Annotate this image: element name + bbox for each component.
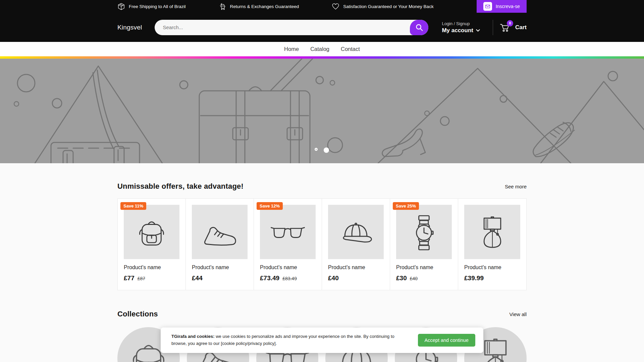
view-all-link[interactable]: View all — [509, 311, 527, 317]
product-card[interactable]: Save 12% Product's name £73.49 £83.49 — [254, 199, 322, 290]
topbar-item-guarantee: Satisfaction Guaranteed or Your Money Ba… — [332, 3, 433, 10]
header-divider — [493, 20, 493, 35]
search-bar — [155, 20, 428, 35]
package-icon — [117, 3, 125, 10]
hero-illustration — [0, 59, 644, 163]
accept-cookies-button[interactable]: Accept and continue — [418, 334, 475, 347]
topbar-item-label: Satisfaction Guaranteed or Your Money Ba… — [343, 4, 433, 9]
product-name[interactable]: Product's name — [464, 264, 520, 270]
product-image[interactable] — [260, 205, 316, 259]
product-card[interactable]: Product's name £44 — [186, 199, 254, 290]
hero-carousel — [0, 59, 644, 163]
login-signup-label[interactable]: Login / Signup — [442, 21, 480, 26]
discount-badge: Save 12% — [257, 202, 283, 210]
product-name[interactable]: Product's name — [396, 264, 452, 270]
carousel-dot-1[interactable] — [315, 148, 318, 151]
watch-icon — [404, 208, 444, 256]
offers-title: Unmissable offers, take advantage! — [117, 182, 244, 191]
cookie-lead: TGirafa and cookies: — [171, 334, 215, 339]
glasses-icon — [268, 208, 308, 256]
product-price: £30 — [396, 275, 407, 282]
site-header: Kingsvel Login / Signup My account — [0, 13, 644, 42]
see-more-link[interactable]: See more — [505, 184, 527, 189]
chevron-down-icon — [476, 29, 480, 32]
topbar-item-label: Returns & Exchanges Guaranteed — [230, 4, 299, 9]
returns-cart-icon — [219, 3, 226, 10]
product-price: £40 — [328, 275, 339, 282]
topbar-item-shipping: Free Shipping to All of Brazil — [117, 3, 186, 10]
product-name[interactable]: Product's name — [260, 264, 316, 270]
subscribe-label: Inscreva-se — [496, 4, 520, 9]
my-account-label: My account — [442, 27, 473, 34]
topbar-item-label: Free Shipping to All of Brazil — [129, 4, 186, 9]
discount-badge: Save 11% — [120, 202, 146, 210]
product-card[interactable]: Save 25% Product's name £30 £40 — [390, 199, 458, 290]
cart-label: Cart — [515, 24, 527, 31]
product-image[interactable] — [124, 205, 179, 259]
search-button[interactable] — [410, 20, 428, 35]
envelope-icon — [483, 2, 492, 11]
product-name[interactable]: Product's name — [192, 264, 248, 270]
carousel-dot-2-active[interactable] — [324, 147, 329, 153]
compare-at-price: £87 — [138, 276, 145, 281]
cap-icon — [336, 208, 376, 256]
product-price: £39.99 — [464, 275, 484, 282]
backpack-icon — [132, 208, 171, 256]
product-card-row: Save 11% Product's name £77 £87 Product'… — [117, 198, 527, 290]
product-price: £77 — [124, 275, 135, 282]
nav-link-contact[interactable]: Contact — [341, 46, 360, 52]
cookie-banner: TGirafa and cookies: we use cookies to p… — [161, 327, 483, 353]
nav-link-catalog[interactable]: Catalog — [310, 46, 329, 52]
product-image[interactable] — [464, 205, 520, 259]
offers-section: Unmissable offers, take advantage! See m… — [117, 163, 527, 290]
account-menu[interactable]: Login / Signup My account — [442, 21, 480, 34]
compare-at-price: £83.49 — [282, 276, 297, 281]
topbar-item-returns: Returns & Exchanges Guaranteed — [219, 3, 299, 10]
compare-at-price: £40 — [410, 276, 418, 281]
product-image[interactable] — [396, 205, 452, 259]
search-icon — [415, 23, 423, 32]
cookie-text: TGirafa and cookies: we use cookies to p… — [171, 333, 408, 347]
cart-button[interactable]: 0 Cart — [499, 22, 527, 33]
product-price: £44 — [192, 275, 203, 282]
search-input[interactable] — [155, 20, 428, 35]
nav-link-home[interactable]: Home — [284, 46, 299, 52]
rainbow-divider — [0, 56, 644, 59]
discount-badge: Save 25% — [393, 202, 419, 210]
product-name[interactable]: Product's name — [328, 264, 384, 270]
product-card[interactable]: Product's name £40 — [322, 199, 390, 290]
collections-title: Collections — [117, 310, 158, 318]
product-image[interactable] — [192, 205, 248, 259]
subscribe-button[interactable]: Inscreva-se — [477, 0, 527, 13]
store-logo[interactable]: Kingsvel — [117, 24, 142, 31]
main-nav: Home Catalog Contact — [0, 42, 644, 56]
sneaker-icon — [200, 208, 239, 256]
lamp-icon — [473, 208, 512, 256]
product-card[interactable]: Save 11% Product's name £77 £87 — [118, 199, 186, 290]
product-name[interactable]: Product's name — [124, 264, 179, 270]
product-price: £73.49 — [260, 275, 279, 282]
cart-count-badge: 0 — [507, 20, 513, 26]
announcement-bar: Free Shipping to All of Brazil Returns &… — [0, 0, 644, 13]
product-image[interactable] — [328, 205, 384, 259]
heart-icon — [332, 3, 339, 10]
product-card[interactable]: Product's name £39.99 — [458, 199, 526, 290]
